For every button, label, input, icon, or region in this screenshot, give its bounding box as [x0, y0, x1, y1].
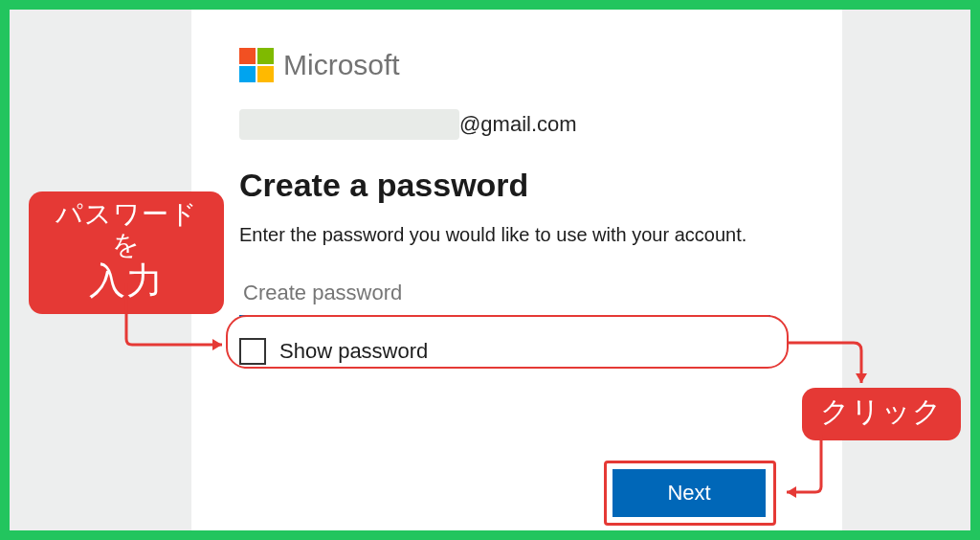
instruction-text: Enter the password you would like to use…	[239, 221, 756, 248]
annotation-click-callout: クリック	[802, 388, 961, 440]
signin-dialog: Microsoft @gmail.com Create a password E…	[191, 10, 842, 530]
page-background: Microsoft @gmail.com Create a password E…	[10, 10, 970, 530]
page-title: Create a password	[239, 167, 804, 204]
microsoft-logo: Microsoft	[239, 48, 804, 82]
account-email: @gmail.com	[239, 109, 804, 140]
annotation-click-text: クリック	[820, 395, 943, 427]
microsoft-logo-icon	[239, 48, 274, 82]
microsoft-logo-text: Microsoft	[283, 49, 400, 81]
show-password-label: Show password	[279, 339, 428, 364]
show-password-checkbox[interactable]	[239, 338, 266, 365]
next-button[interactable]: Next	[612, 469, 766, 517]
show-password-row: Show password	[239, 338, 804, 365]
annotation-password-callout: パスワードを 入力	[29, 191, 224, 314]
password-input[interactable]	[239, 275, 770, 317]
annotation-password-line1: パスワードを	[56, 199, 198, 259]
email-redacted	[239, 109, 459, 140]
annotation-password-line2: 入力	[46, 260, 207, 303]
password-input-container	[239, 275, 804, 317]
email-domain: @gmail.com	[459, 112, 577, 137]
